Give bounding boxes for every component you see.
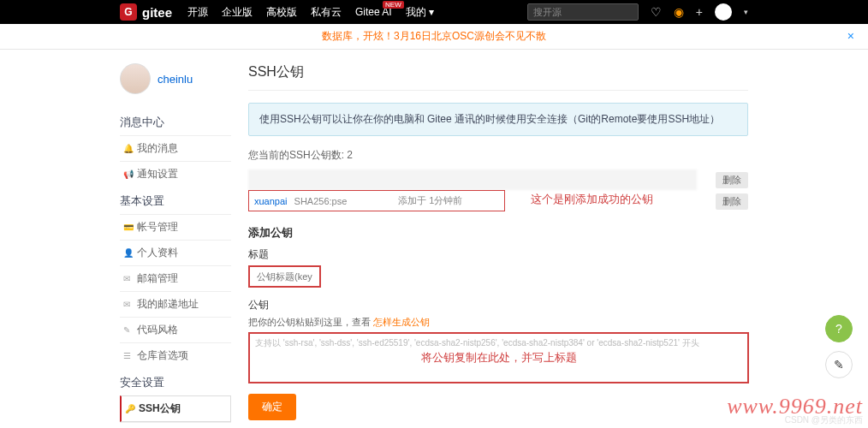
user-avatar <box>120 63 151 94</box>
ssh-key-row: xuanpai SHA256:pse 添加于 1分钟前 <box>248 190 505 211</box>
pencil-icon: ✎ <box>123 325 135 335</box>
search-input[interactable]: 搜开源 <box>527 3 639 21</box>
sidebar-item-gpgkey[interactable]: 🔒GPG公钥Beta <box>120 422 231 428</box>
sidebar-item-sshkey[interactable]: 🔑SSH公钥 <box>120 395 231 422</box>
nav-giteeai[interactable]: Gitee AINEW <box>355 6 392 18</box>
info-box: 使用SSH公钥可以让你在你的电脑和 Gitee 通讯的时候使用安全连接（Git的… <box>248 103 748 136</box>
key-time: 添加于 1分钟前 <box>398 194 462 207</box>
caret-icon[interactable]: ▾ <box>744 8 748 16</box>
delete-button[interactable]: 删除 <box>716 172 748 188</box>
title-label: 标题 <box>248 247 748 262</box>
plus-icon[interactable]: + <box>696 5 703 19</box>
nav-opensource[interactable]: 开源 <box>187 5 208 20</box>
submit-button[interactable]: 确定 <box>248 394 296 420</box>
csdn-watermark: CSDN @另类的东西 <box>785 414 863 426</box>
pubkey-textarea[interactable]: 支持以 'ssh-rsa', 'ssh-dss', 'ssh-ed25519',… <box>248 332 749 383</box>
sidebar-item-notifysettings[interactable]: 📢通知设置 <box>120 161 231 187</box>
feedback-button[interactable]: ✎ <box>825 351 853 378</box>
user-icon: 👤 <box>123 248 135 258</box>
ssh-key-row-blurred: placeholder row placeholder row placehol… <box>248 169 748 190</box>
key-icon: 🔑 <box>125 404 137 413</box>
nav-mine[interactable]: 我的 ▾ <box>406 5 434 20</box>
annotation-paste: 将公钥复制在此处，并写上标题 <box>421 350 577 366</box>
announcement-banner: 数据库，开炫！3月16日北京OSC源创会不见不散 × <box>0 24 868 50</box>
pubkey-hint: 把你的公钥粘贴到这里，查看 怎样生成公钥 <box>248 316 748 329</box>
nav-education[interactable]: 高校版 <box>266 5 297 20</box>
avatar[interactable] <box>715 3 732 21</box>
sliders-icon: ☰ <box>123 351 135 360</box>
logo-icon[interactable]: G <box>120 3 137 21</box>
card-icon: 💳 <box>123 223 135 232</box>
main-content: SSH公钥 使用SSH公钥可以让你在你的电脑和 Gitee 通讯的时候使用安全连… <box>248 63 748 428</box>
sidebar-item-account[interactable]: 💳帐号管理 <box>120 214 231 240</box>
location-icon[interactable]: ◉ <box>674 5 684 19</box>
nav-enterprise[interactable]: 企业版 <box>222 5 253 20</box>
key-hash: SHA256:pse <box>294 196 348 206</box>
close-icon[interactable]: × <box>847 29 854 43</box>
sidebar-item-profile[interactable]: 👤个人资料 <box>120 240 231 265</box>
pubkey-label: 公钥 <box>248 298 748 312</box>
sidebar-item-email[interactable]: ✉邮箱管理 <box>120 265 231 291</box>
section-messages: 消息中心 <box>120 108 231 135</box>
sidebar: cheinlu 消息中心 🔔我的消息 📢通知设置 基本设置 💳帐号管理 👤个人资… <box>120 63 231 428</box>
envelope-icon: ✉ <box>123 300 135 309</box>
speaker-icon: 📢 <box>123 169 135 179</box>
username: cheinlu <box>158 73 193 86</box>
title-input[interactable] <box>248 265 321 288</box>
banner-text[interactable]: 数据库，开炫！3月16日北京OSC源创会不见不散 <box>322 30 546 42</box>
new-badge: NEW <box>383 1 404 9</box>
sidebar-item-codestyle[interactable]: ✎代码风格 <box>120 317 231 342</box>
topbar: G gitee 开源 企业版 高校版 私有云 Gitee AINEW 我的 ▾ … <box>0 0 868 24</box>
key-name[interactable]: xuanpai <box>254 196 288 206</box>
sidebar-item-mailaddr[interactable]: ✉我的邮递地址 <box>120 291 231 317</box>
key-count: 您当前的SSH公钥数: 2 <box>248 148 748 163</box>
sidebar-item-repopref[interactable]: ☰仓库首选项 <box>120 342 231 368</box>
page-title: SSH公钥 <box>248 63 748 91</box>
help-button[interactable]: ? <box>825 315 853 342</box>
howto-link[interactable]: 怎样生成公钥 <box>373 317 430 327</box>
annotation-success: 这个是刚添加成功的公钥 <box>531 192 653 207</box>
logo-text[interactable]: gitee <box>142 5 172 20</box>
section-basic: 基本设置 <box>120 187 231 214</box>
mail-icon: ✉ <box>123 274 135 283</box>
sidebar-item-mymessages[interactable]: 🔔我的消息 <box>120 135 231 161</box>
bell-icon: 🔔 <box>123 144 135 153</box>
bell-icon[interactable]: ♡ <box>651 5 662 19</box>
section-security: 安全设置 <box>120 368 231 395</box>
user-box[interactable]: cheinlu <box>120 63 231 94</box>
form-title: 添加公钥 <box>248 225 748 241</box>
nav-privatecloud[interactable]: 私有云 <box>311 5 342 20</box>
delete-button[interactable]: 删除 <box>716 193 748 210</box>
